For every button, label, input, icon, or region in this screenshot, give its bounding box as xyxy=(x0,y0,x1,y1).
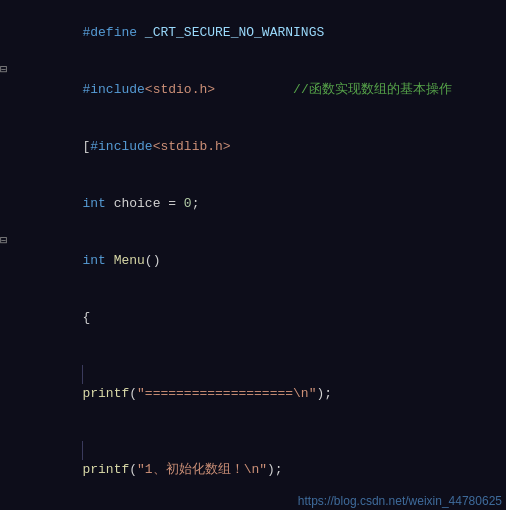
line-content-8: printf("1、初始化数组！\n"); xyxy=(18,422,502,498)
gutter-1 xyxy=(0,4,18,23)
line-3: [#include<stdlib.h> xyxy=(0,118,506,175)
fold-7 xyxy=(0,346,10,365)
line-5: ⊟ int Menu() xyxy=(0,232,506,289)
gutter-2: ⊟ xyxy=(0,61,18,80)
line-1: #define _CRT_SECURE_NO_WARNINGS xyxy=(0,4,506,61)
fold-6 xyxy=(0,289,10,308)
line-2: ⊟ #include<stdio.h> //函数实现数组的基本操作 xyxy=(0,61,506,118)
line-content-1: #define _CRT_SECURE_NO_WARNINGS xyxy=(18,4,502,61)
line-content-5: int Menu() xyxy=(18,232,502,289)
gutter-7 xyxy=(0,346,18,365)
fold-3 xyxy=(0,118,10,137)
code-editor: #define _CRT_SECURE_NO_WARNINGS ⊟ #inclu… xyxy=(0,0,506,510)
fold-8 xyxy=(0,422,10,441)
line-content-2: #include<stdio.h> //函数实现数组的基本操作 xyxy=(18,61,502,118)
gutter-6 xyxy=(0,289,18,308)
fold-4 xyxy=(0,175,10,194)
watermark: https://blog.csdn.net/weixin_44780625 xyxy=(294,492,506,510)
fold-1 xyxy=(0,4,10,23)
line-content-3: [#include<stdlib.h> xyxy=(18,118,502,175)
line-content-4: int choice = 0; xyxy=(18,175,502,232)
line-content-6: { xyxy=(18,289,502,346)
fold-9 xyxy=(0,498,10,510)
gutter-3 xyxy=(0,118,18,137)
gutter-5: ⊟ xyxy=(0,232,18,251)
gutter-4 xyxy=(0,175,18,194)
code-content: #define _CRT_SECURE_NO_WARNINGS ⊟ #inclu… xyxy=(0,0,506,510)
gutter-9 xyxy=(0,498,18,510)
line-8: printf("1、初始化数组！\n"); xyxy=(0,422,506,498)
line-content-7: printf("===================\n"); xyxy=(18,346,502,422)
kw-define: #define xyxy=(82,25,137,40)
fold-2[interactable]: ⊟ xyxy=(0,61,7,80)
line-7: printf("===================\n"); xyxy=(0,346,506,422)
gutter-8 xyxy=(0,422,18,441)
fold-5[interactable]: ⊟ xyxy=(0,232,7,251)
line-6: { xyxy=(0,289,506,346)
line-4: int choice = 0; xyxy=(0,175,506,232)
